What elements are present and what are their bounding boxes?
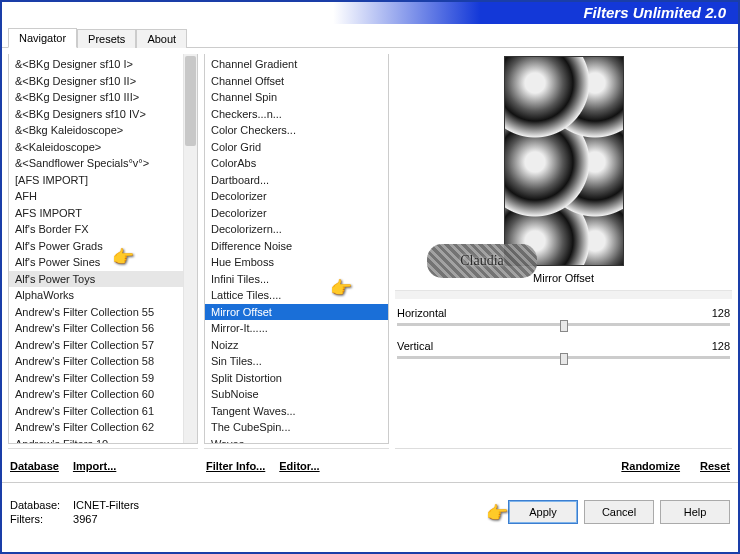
slider-horizontal-value: 128 xyxy=(712,307,730,319)
list-item[interactable]: Color Checkers... xyxy=(205,122,388,139)
list-item[interactable]: Hue Emboss xyxy=(205,254,388,271)
filter-info-button[interactable]: Filter Info... xyxy=(206,460,265,472)
database-value: ICNET-Filters xyxy=(73,499,139,511)
tab-navigator[interactable]: Navigator xyxy=(8,28,77,48)
list-item[interactable]: Sin Tiles... xyxy=(205,353,388,370)
editor-button[interactable]: Editor... xyxy=(279,460,319,472)
list-item[interactable]: Andrew's Filter Collection 61 xyxy=(9,403,183,420)
list-item[interactable]: Mirror Offset xyxy=(205,304,388,321)
list-item[interactable]: Dartboard... xyxy=(205,172,388,189)
slider-vertical-value: 128 xyxy=(712,340,730,352)
list-item[interactable]: Andrew's Filter Collection 58 xyxy=(9,353,183,370)
slider-thumb[interactable] xyxy=(560,320,568,332)
apply-button[interactable]: Apply xyxy=(508,500,578,524)
list-item[interactable]: Andrew's Filter Collection 56 xyxy=(9,320,183,337)
preview-column: Mirror Offset Horizontal 128 Vertical 12… xyxy=(395,54,732,476)
category-button-row: Database Import... xyxy=(8,448,198,476)
list-item[interactable]: Andrew's Filter Collection 57 xyxy=(9,337,183,354)
list-item[interactable]: &<BKg Designer sf10 I> xyxy=(9,56,183,73)
list-item[interactable]: Channel Gradient xyxy=(205,56,388,73)
list-item[interactable]: Waves... xyxy=(205,436,388,444)
slider-horizontal[interactable] xyxy=(397,323,730,326)
category-list[interactable]: &<BKg Designer sf10 I>&<BKg Designer sf1… xyxy=(9,54,183,443)
progress-bar xyxy=(395,291,732,299)
category-column: &<BKg Designer sf10 I>&<BKg Designer sf1… xyxy=(8,54,198,476)
list-item[interactable]: &<BKg Designer sf10 III> xyxy=(9,89,183,106)
list-item[interactable]: ColorAbs xyxy=(205,155,388,172)
filter-column: Channel GradientChannel OffsetChannel Sp… xyxy=(204,54,389,476)
list-item[interactable]: Channel Spin xyxy=(205,89,388,106)
list-item[interactable]: Alf's Border FX xyxy=(9,221,183,238)
list-item[interactable]: Channel Offset xyxy=(205,73,388,90)
list-item[interactable]: AFH xyxy=(9,188,183,205)
database-button[interactable]: Database xyxy=(10,460,59,472)
tab-row: Navigator Presets About xyxy=(2,24,738,48)
preview-image xyxy=(504,56,624,266)
cancel-button[interactable]: Cancel xyxy=(584,500,654,524)
filter-list[interactable]: Channel GradientChannel OffsetChannel Sp… xyxy=(205,54,388,443)
list-item[interactable]: &<Bkg Kaleidoscope> xyxy=(9,122,183,139)
filter-button-row: Filter Info... Editor... xyxy=(204,448,389,476)
status-bar: Database: ICNET-Filters Filters: 3967 👉 … xyxy=(2,482,738,540)
slider-vertical[interactable] xyxy=(397,356,730,359)
list-item[interactable]: AlphaWorks xyxy=(9,287,183,304)
title-bar: Filters Unlimited 2.0 xyxy=(2,2,738,24)
list-item[interactable]: Noizz xyxy=(205,337,388,354)
status-info: Database: ICNET-Filters Filters: 3967 xyxy=(10,499,139,525)
import-button[interactable]: Import... xyxy=(73,460,116,472)
scrollbar[interactable] xyxy=(183,54,197,443)
database-label: Database: xyxy=(10,499,70,511)
category-list-wrap: &<BKg Designer sf10 I>&<BKg Designer sf1… xyxy=(8,54,198,444)
list-item[interactable]: Infini Tiles... xyxy=(205,271,388,288)
list-item[interactable]: Difference Noise xyxy=(205,238,388,255)
main-area: &<BKg Designer sf10 I>&<BKg Designer sf1… xyxy=(2,48,738,482)
filter-name-label: Mirror Offset xyxy=(395,270,732,291)
filters-value: 3967 xyxy=(73,513,97,525)
list-item[interactable]: Andrew's Filter Collection 59 xyxy=(9,370,183,387)
slider-vertical-row: Vertical 128 xyxy=(395,338,732,352)
list-item[interactable]: Checkers...n... xyxy=(205,106,388,123)
pointer-icon: 👉 xyxy=(486,502,508,524)
list-item[interactable]: &<Kaleidoscope> xyxy=(9,139,183,156)
list-item[interactable]: Andrew's Filter Collection 62 xyxy=(9,419,183,436)
list-item[interactable]: The CubeSpin... xyxy=(205,419,388,436)
list-item[interactable]: AFS IMPORT xyxy=(9,205,183,222)
filters-label: Filters: xyxy=(10,513,70,525)
slider-thumb[interactable] xyxy=(560,353,568,365)
list-item[interactable]: [AFS IMPORT] xyxy=(9,172,183,189)
randomize-button[interactable]: Randomize xyxy=(621,460,680,472)
list-item[interactable]: Color Grid xyxy=(205,139,388,156)
list-item[interactable]: Decolorizern... xyxy=(205,221,388,238)
list-item[interactable]: Decolorizer xyxy=(205,205,388,222)
list-item[interactable]: Andrew's Filter Collection 60 xyxy=(9,386,183,403)
reset-button[interactable]: Reset xyxy=(700,460,730,472)
list-item[interactable]: &<BKg Designer sf10 II> xyxy=(9,73,183,90)
list-item[interactable]: Alf's Power Sines xyxy=(9,254,183,271)
list-item[interactable]: Lattice Tiles.... xyxy=(205,287,388,304)
footer-buttons: 👉 Apply Cancel Help xyxy=(508,500,730,524)
app-title: Filters Unlimited 2.0 xyxy=(583,4,726,21)
slider-horizontal-label: Horizontal xyxy=(397,307,447,319)
help-button[interactable]: Help xyxy=(660,500,730,524)
tab-presets[interactable]: Presets xyxy=(77,29,136,48)
slider-horizontal-row: Horizontal 128 xyxy=(395,305,732,319)
list-item[interactable]: Decolorizer xyxy=(205,188,388,205)
list-item[interactable]: Split Distortion xyxy=(205,370,388,387)
list-item[interactable]: Mirror-It...... xyxy=(205,320,388,337)
list-item[interactable]: &<Sandflower Specials°v°> xyxy=(9,155,183,172)
list-item[interactable]: Andrew's Filters 10 xyxy=(9,436,183,444)
list-item[interactable]: Alf's Power Grads xyxy=(9,238,183,255)
slider-vertical-label: Vertical xyxy=(397,340,433,352)
list-item[interactable]: Alf's Power Toys xyxy=(9,271,183,288)
filter-list-wrap: Channel GradientChannel OffsetChannel Sp… xyxy=(204,54,389,444)
list-item[interactable]: SubNoise xyxy=(205,386,388,403)
tab-about[interactable]: About xyxy=(136,29,187,48)
preview-button-row: Randomize Reset xyxy=(395,448,732,476)
list-item[interactable]: &<BKg Designers sf10 IV> xyxy=(9,106,183,123)
list-item[interactable]: Tangent Waves... xyxy=(205,403,388,420)
list-item[interactable]: Andrew's Filter Collection 55 xyxy=(9,304,183,321)
